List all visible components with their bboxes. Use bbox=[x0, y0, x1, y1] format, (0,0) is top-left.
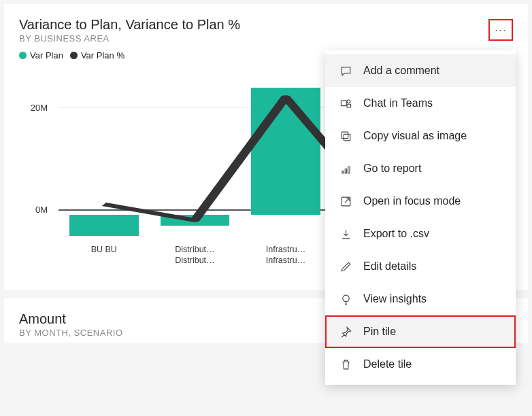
more-options-button[interactable]: ... bbox=[488, 19, 513, 41]
x-category-label: Infrastru… Infrastru… bbox=[240, 244, 331, 281]
menu-item-label: Chat in Teams bbox=[363, 97, 433, 109]
menu-item-view-insights[interactable]: View insights bbox=[325, 283, 516, 315]
focus-icon bbox=[339, 194, 352, 208]
legend-swatch-icon bbox=[70, 52, 78, 59]
context-menu: Add a commentChat in TeamsCopy visual as… bbox=[325, 50, 516, 385]
x-category-label: Distribut… Distribut… bbox=[150, 244, 241, 281]
menu-item-label: View insights bbox=[363, 293, 427, 305]
menu-item-export-csv[interactable]: Export to .csv bbox=[325, 218, 516, 250]
comment-icon bbox=[339, 64, 352, 77]
menu-item-go-report[interactable]: Go to report bbox=[325, 152, 516, 185]
chart-subtitle: BY BUSINESS AREA bbox=[19, 33, 513, 44]
download-icon bbox=[339, 227, 352, 241]
menu-item-focus-mode[interactable]: Open in focus mode bbox=[325, 185, 516, 218]
y-tick-label: 20M bbox=[31, 103, 48, 113]
y-axis: 20M 0M bbox=[19, 77, 53, 247]
legend-item-var-plan[interactable]: Var Plan bbox=[19, 50, 63, 60]
chart-title: Variance to Plan, Variance to Plan % bbox=[19, 16, 513, 33]
menu-item-chat-teams[interactable]: Chat in Teams bbox=[325, 87, 516, 120]
trash-icon bbox=[339, 358, 352, 371]
pin-icon bbox=[339, 325, 352, 339]
legend-label: Var Plan bbox=[30, 50, 63, 60]
menu-item-label: Add a comment bbox=[363, 65, 439, 77]
bulb-icon bbox=[339, 292, 352, 306]
legend-item-var-plan-pct[interactable]: Var Plan % bbox=[70, 50, 124, 60]
menu-item-pin-tile[interactable]: Pin tile bbox=[325, 315, 516, 348]
copy-icon bbox=[339, 129, 352, 143]
menu-item-delete-tile[interactable]: Delete tile bbox=[325, 348, 516, 381]
menu-item-label: Go to report bbox=[363, 162, 421, 175]
menu-item-add-comment[interactable]: Add a comment bbox=[325, 54, 516, 87]
legend-label: Var Plan % bbox=[81, 50, 124, 60]
menu-item-copy-image[interactable]: Copy visual as image bbox=[325, 120, 516, 152]
menu-item-label: Edit details bbox=[363, 260, 416, 273]
menu-item-edit-details[interactable]: Edit details bbox=[325, 250, 516, 283]
y-tick-label: 0M bbox=[35, 205, 48, 215]
x-category-label: BU BU bbox=[59, 244, 150, 281]
ellipsis-icon: ... bbox=[495, 21, 507, 33]
legend-swatch-icon bbox=[19, 52, 27, 59]
teams-icon bbox=[339, 97, 352, 110]
menu-item-label: Open in focus mode bbox=[363, 195, 461, 207]
report-icon bbox=[339, 162, 352, 175]
menu-item-label: Copy visual as image bbox=[363, 130, 467, 142]
menu-item-label: Pin tile bbox=[363, 326, 396, 338]
menu-item-label: Delete tile bbox=[363, 358, 412, 370]
edit-icon bbox=[339, 260, 352, 273]
menu-item-label: Export to .csv bbox=[363, 228, 429, 240]
